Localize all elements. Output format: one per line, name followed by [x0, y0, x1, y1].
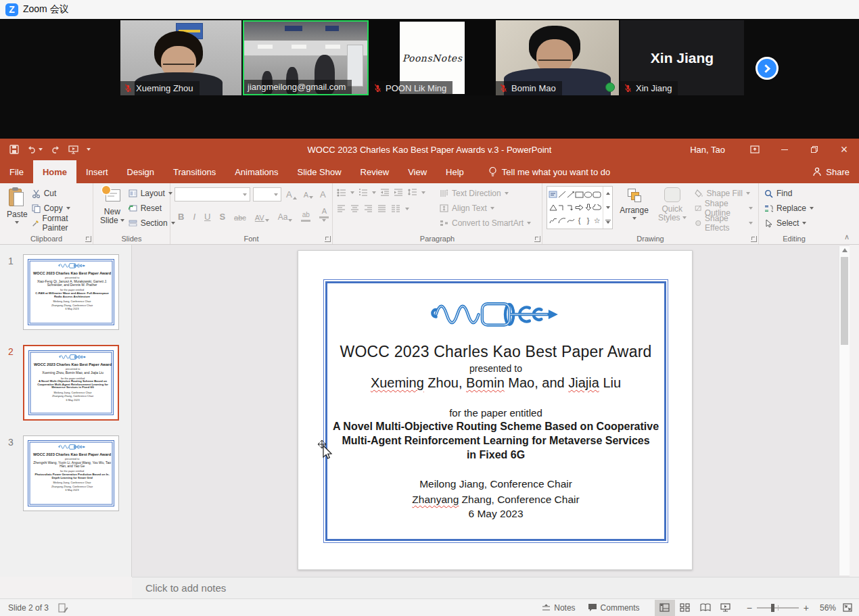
restore-button[interactable] — [799, 139, 829, 160]
strikethrough-button[interactable]: abc — [232, 214, 248, 222]
align-right-icon[interactable] — [364, 205, 373, 212]
oval-shape-icon[interactable] — [584, 191, 593, 198]
right-brace-shape-icon[interactable]: } — [587, 217, 590, 224]
font-name-combobox[interactable] — [175, 187, 250, 202]
tell-me-search[interactable]: Tell me what you want to do — [488, 160, 610, 183]
align-left-icon[interactable] — [337, 205, 346, 212]
slideshow-view-button[interactable] — [716, 600, 736, 616]
bullets-dropdown-icon[interactable] — [350, 191, 354, 194]
share-button[interactable]: Share — [812, 160, 850, 183]
minimize-button[interactable] — [770, 139, 799, 160]
zoom-slider[interactable] — [757, 607, 799, 609]
arrow-shape-icon[interactable] — [567, 191, 575, 198]
increase-indent-icon[interactable] — [394, 189, 403, 197]
zoom-percentage[interactable]: 56% — [816, 603, 836, 613]
thumbnail-slide-2[interactable]: 2 WOCC 2023 Charles Kao Best Paper Award… — [0, 345, 131, 421]
tab-design[interactable]: Design — [118, 160, 164, 183]
curve-shape-icon[interactable] — [567, 217, 575, 224]
character-spacing-button[interactable]: AV — [253, 214, 271, 222]
video-tile-jiangmeilong[interactable]: jiangmeilong@gmail.com — [243, 20, 369, 95]
reading-view-button[interactable] — [695, 600, 716, 616]
collapse-ribbon-button[interactable]: ∧ — [844, 233, 850, 241]
video-tile-bomin-mao[interactable]: Bomin Mao — [496, 20, 619, 95]
tab-slide-show[interactable]: Slide Show — [287, 160, 350, 183]
zoom-out-button[interactable]: − — [747, 602, 752, 613]
numbering-dropdown-icon[interactable] — [372, 191, 376, 194]
tab-transitions[interactable]: Transitions — [164, 160, 225, 183]
star-shape-icon[interactable]: ☆ — [594, 217, 601, 224]
video-tile-poon-lik-ming[interactable]: PoonsNotes POON Lik Ming — [370, 20, 494, 95]
thumbnail-preview[interactable]: WOCC 2023 Charles Kao Best Paper Award p… — [23, 435, 119, 511]
thumbnail-preview[interactable]: WOCC 2023 Charles Kao Best Paper Award p… — [23, 254, 119, 330]
line-shape-icon[interactable] — [558, 191, 566, 198]
columns-icon[interactable] — [391, 205, 400, 212]
video-tile-xin-jiang[interactable]: Xin Jiang Xin Jiang — [620, 20, 744, 95]
scroll-up-icon[interactable] — [842, 248, 848, 252]
arc-shape-icon[interactable] — [558, 217, 566, 224]
paste-button[interactable]: Paste — [4, 186, 30, 231]
thumbnail-slide-3[interactable]: 3 WOCC 2023 Charles Kao Best Paper Award… — [0, 435, 131, 511]
rectangle-shape-icon[interactable] — [575, 191, 584, 198]
find-button[interactable]: Find — [763, 186, 825, 201]
shrink-font-button[interactable]: A — [302, 191, 315, 199]
cloud-shape-icon[interactable] — [593, 204, 601, 211]
numbering-icon[interactable] — [358, 189, 368, 197]
new-slide-button[interactable]: New Slide — [97, 186, 127, 231]
elbow-arrow-connector-icon[interactable] — [567, 204, 575, 211]
tab-help[interactable]: Help — [436, 160, 473, 183]
notes-toggle-button[interactable]: Notes — [539, 599, 578, 616]
text-box-shape-icon[interactable] — [549, 191, 557, 198]
rounded-rectangle-shape-icon[interactable] — [593, 191, 601, 198]
ribbon-display-options-button[interactable] — [740, 139, 770, 160]
italic-button[interactable]: I — [191, 212, 198, 222]
quick-styles-button[interactable]: Quick Styles — [655, 186, 689, 231]
grow-font-button[interactable]: A — [284, 189, 299, 199]
cut-button[interactable]: Cut — [30, 186, 89, 201]
font-dialog-launcher[interactable] — [325, 236, 331, 242]
next-participants-button[interactable] — [756, 57, 779, 80]
tab-file[interactable]: File — [0, 160, 33, 183]
shape-effects-button[interactable]: Shape Effects — [693, 216, 754, 231]
shapes-gallery-scroll[interactable] — [603, 187, 612, 229]
section-button[interactable]: Section — [127, 216, 177, 231]
bullets-icon[interactable] — [337, 189, 346, 197]
current-slide[interactable]: WOCC 2023 Charles Kao Best Paper Award p… — [298, 250, 693, 570]
align-center-icon[interactable] — [350, 205, 359, 212]
highlight-color-button[interactable]: ab — [299, 212, 312, 222]
vertical-scrollbar[interactable] — [839, 246, 850, 575]
zoom-slider-knob[interactable] — [771, 604, 774, 612]
thumbnail-slide-1[interactable]: 1 WOCC 2023 Charles Kao Best Paper Award… — [0, 254, 131, 330]
normal-view-button[interactable] — [655, 600, 675, 616]
zoom-in-button[interactable]: + — [804, 602, 809, 613]
triangle-shape-icon[interactable] — [549, 204, 557, 211]
select-button[interactable]: Select — [763, 216, 825, 231]
align-text-button[interactable]: Align Text — [438, 201, 532, 216]
text-shadow-button[interactable]: S — [217, 212, 227, 222]
drawing-dialog-launcher[interactable] — [751, 236, 757, 242]
shapes-gallery[interactable]: { } ☆ — [547, 186, 613, 229]
bold-button[interactable]: B — [176, 212, 186, 222]
decrease-indent-icon[interactable] — [380, 189, 390, 197]
elbow-connector-icon[interactable] — [558, 204, 566, 211]
tab-insert[interactable]: Insert — [76, 160, 118, 183]
clear-formatting-button[interactable]: A — [318, 189, 328, 199]
paragraph-dialog-launcher[interactable] — [534, 236, 540, 242]
format-painter-button[interactable]: Format Painter — [30, 216, 89, 231]
layout-button[interactable]: Layout — [127, 186, 177, 201]
columns-dropdown-icon[interactable] — [405, 208, 409, 210]
line-spacing-dropdown-icon[interactable] — [421, 191, 425, 194]
scrollbar-thumb[interactable] — [841, 257, 848, 345]
tab-home[interactable]: Home — [33, 160, 76, 183]
video-tile-xueming-zhou[interactable]: Xueming Zhou — [120, 20, 241, 95]
right-arrow-shape-icon[interactable] — [575, 204, 584, 211]
convert-smartart-button[interactable]: Convert to SmartArt — [438, 216, 532, 231]
arrange-button[interactable]: Arrange — [617, 186, 651, 231]
tab-view[interactable]: View — [398, 160, 436, 183]
close-button[interactable]: × — [829, 139, 859, 160]
line-spacing-icon[interactable] — [407, 188, 417, 197]
clipboard-dialog-launcher[interactable] — [85, 236, 91, 242]
reset-button[interactable]: Reset — [127, 201, 177, 216]
justify-icon[interactable] — [377, 205, 386, 212]
slide-editing-canvas[interactable]: WOCC 2023 Charles Kao Best Paper Award p… — [132, 245, 850, 577]
text-direction-button[interactable]: Text Direction — [438, 186, 532, 201]
